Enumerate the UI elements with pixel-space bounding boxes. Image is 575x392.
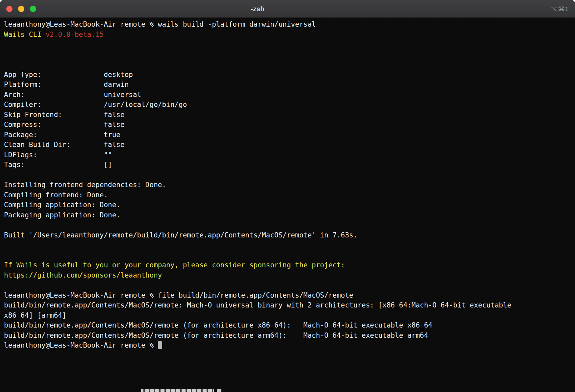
zoom-button[interactable]	[30, 6, 36, 12]
window-shortcut-badge: ⌥⌘1	[551, 5, 569, 13]
terminal-line: LDFlags: ""	[4, 150, 572, 160]
terminal-line: build/bin/remote.app/Contents/MacOS/remo…	[4, 331, 572, 341]
terminal-line	[4, 250, 572, 260]
terminal-text-segment: build/bin/remote.app/Contents/MacOS/remo…	[4, 331, 428, 339]
terminal-text-segment: leaanthony@Leas-MacBook-Air remote %	[4, 341, 158, 349]
terminal-text-segment: Arch: universal	[4, 91, 141, 99]
terminal-line: If Wails is useful to you or your compan…	[4, 260, 572, 270]
clipped-text-artifact-2	[217, 389, 221, 392]
terminal-line: x86_64] [arm64]	[4, 310, 572, 321]
window-title: -zsh	[251, 5, 264, 13]
terminal-text-segment: leaanthony@Leas-MacBook-Air remote % wai…	[4, 20, 316, 28]
terminal-line	[4, 220, 572, 230]
terminal-line: Built '/Users/leaanthony/remote/build/bi…	[4, 230, 572, 240]
terminal-line: build/bin/remote.app/Contents/MacOS/remo…	[4, 300, 572, 310]
terminal-line: build/bin/remote.app/Contents/MacOS/remo…	[4, 320, 572, 331]
terminal-window: -zsh ⌥⌘1 leaanthony@Leas-MacBook-Air rem…	[0, 0, 575, 392]
terminal-line: Packaging application: Done.	[4, 210, 572, 220]
terminal-line: App Type: desktop	[4, 70, 572, 80]
terminal-text-segment: Built '/Users/leaanthony/remote/build/bi…	[4, 231, 358, 239]
terminal-text-segment: Platform: darwin	[4, 81, 129, 88]
titlebar[interactable]: -zsh ⌥⌘1	[0, 0, 575, 18]
terminal-text-segment: build/bin/remote.app/Contents/MacOS/remo…	[4, 321, 432, 329]
terminal-text-segment: Clean Build Dir: false	[4, 141, 125, 149]
terminal-line: Platform: darwin	[4, 80, 572, 90]
terminal-line: Package: true	[4, 130, 572, 140]
terminal-text-segment: Tags: []	[4, 161, 112, 169]
terminal-line: Compiling application: Done.	[4, 200, 572, 210]
terminal-text-segment: Installing frontend dependencies: Done.	[4, 181, 166, 189]
terminal-line: Wails CLI v2.0.0-beta.15	[4, 30, 572, 40]
terminal-line: leaanthony@Leas-MacBook-Air remote % wai…	[4, 19, 572, 30]
terminal-output[interactable]: leaanthony@Leas-MacBook-Air remote % wai…	[0, 17, 575, 392]
terminal-text-segment: Wails CLI	[4, 31, 45, 38]
terminal-line: Compiler: /usr/local/go/bin/go	[4, 100, 572, 110]
terminal-line	[4, 60, 572, 70]
minimize-button[interactable]	[18, 6, 24, 12]
terminal-line: https://github.com/sponsors/leaanthony	[4, 270, 572, 281]
terminal-line	[4, 280, 572, 290]
terminal-text-segment: Package: true	[4, 131, 120, 139]
terminal-line: Clean Build Dir: false	[4, 140, 572, 150]
terminal-line: leaanthony@Leas-MacBook-Air remote % fil…	[4, 290, 572, 301]
terminal-line: Arch: universal	[4, 90, 572, 100]
terminal-text-segment: If Wails is useful to you or your compan…	[4, 261, 345, 269]
clipped-text-artifact	[141, 389, 214, 392]
terminal-text-segment: Compiling frontend: Done.	[4, 191, 108, 199]
terminal-text-segment: Packaging application: Done.	[4, 211, 120, 219]
terminal-text-segment: https://github.com/sponsors/leaanthony	[4, 271, 162, 279]
terminal-text-segment: Compiler: /usr/local/go/bin/go	[4, 101, 187, 109]
terminal-text-segment: Compiling application: Done.	[4, 201, 120, 209]
terminal-text-segment: v2.0.0-beta.15	[45, 31, 104, 38]
terminal-line	[4, 50, 572, 60]
close-button[interactable]	[6, 6, 12, 12]
terminal-text-segment: Compress: false	[4, 121, 125, 129]
traffic-lights	[6, 6, 36, 12]
terminal-line: Installing frontend dependencies: Done.	[4, 180, 572, 190]
terminal-text-segment: build/bin/remote.app/Contents/MacOS/remo…	[4, 301, 511, 309]
terminal-line: Compiling frontend: Done.	[4, 190, 572, 200]
terminal-line	[4, 240, 572, 250]
terminal-text-segment: leaanthony@Leas-MacBook-Air remote % fil…	[4, 291, 353, 299]
terminal-line: Compress: false	[4, 120, 572, 130]
terminal-line	[4, 39, 572, 50]
terminal-text-segment: LDFlags: ""	[4, 151, 112, 159]
terminal-cursor	[158, 341, 162, 349]
terminal-line: leaanthony@Leas-MacBook-Air remote %	[4, 340, 572, 351]
terminal-text-segment: Skip Frontend: false	[4, 111, 125, 119]
terminal-text-segment: App Type: desktop	[4, 71, 133, 79]
terminal-line	[4, 170, 572, 180]
terminal-line: Skip Frontend: false	[4, 110, 572, 120]
terminal-text-segment: x86_64] [arm64]	[4, 311, 66, 319]
terminal-line: Tags: []	[4, 160, 572, 170]
